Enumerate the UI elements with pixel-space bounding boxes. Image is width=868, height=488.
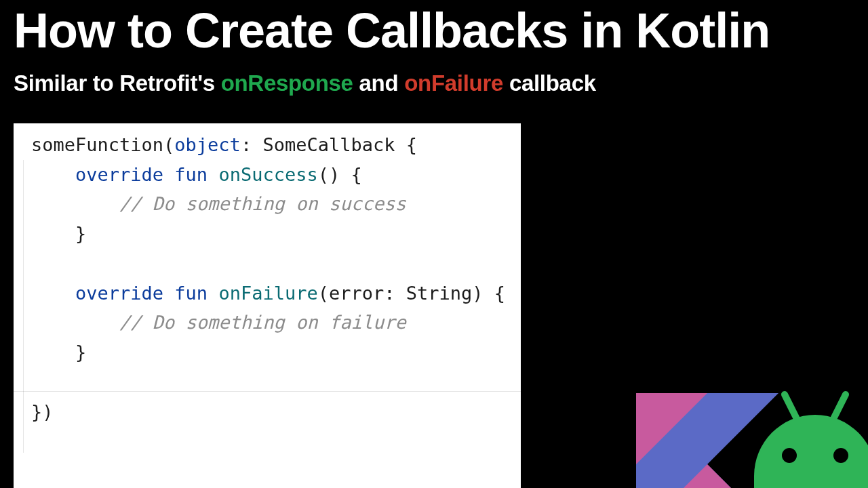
code-space: [208, 283, 218, 304]
subtitle-suffix: callback: [503, 70, 596, 96]
page-subtitle: Similar to Retrofit's onResponse and onF…: [0, 57, 868, 108]
subtitle-onresponse: onResponse: [221, 70, 353, 96]
code-keyword: override: [75, 283, 163, 304]
code-space: [163, 164, 174, 185]
code-indent: [31, 164, 75, 185]
code-text: someFunction(: [31, 134, 174, 155]
subtitle-mid: and: [353, 70, 405, 96]
code-keyword: fun: [174, 283, 208, 304]
code-text: }): [31, 401, 54, 422]
code-indent: [31, 342, 75, 363]
page-title: How to Create Callbacks in Kotlin: [0, 0, 868, 57]
code-block: someFunction(object: SomeCallback { over…: [31, 130, 511, 426]
code-text: (error: String) {: [318, 283, 505, 304]
code-text: }: [75, 223, 86, 244]
code-snippet: someFunction(object: SomeCallback { over…: [14, 123, 521, 488]
svg-point-5: [782, 448, 797, 463]
code-space: [208, 164, 218, 185]
subtitle-prefix: Similar to Retrofit's: [14, 70, 221, 96]
svg-line-3: [785, 394, 798, 422]
code-indent: [31, 283, 75, 304]
code-text: () {: [318, 164, 362, 185]
code-indent: [31, 223, 75, 244]
code-keyword: object: [174, 134, 241, 155]
code-comment: // Do something on success: [119, 193, 406, 214]
code-function: onFailure: [218, 283, 317, 304]
svg-point-6: [833, 448, 848, 463]
subtitle-onfailure: onFailure: [404, 70, 503, 96]
code-keyword: fun: [174, 164, 208, 185]
code-text: }: [75, 342, 86, 363]
code-indent: [31, 312, 119, 333]
code-comment: // Do something on failure: [119, 312, 406, 333]
code-indent: [31, 193, 119, 214]
code-text: : SomeCallback {: [241, 134, 417, 155]
code-gutter: [23, 160, 24, 453]
code-row-divider: [14, 391, 521, 392]
code-function: onSuccess: [218, 164, 317, 185]
code-keyword: override: [75, 164, 163, 185]
android-logo-icon: [747, 381, 868, 488]
svg-line-4: [832, 394, 846, 422]
code-space: [163, 283, 174, 304]
